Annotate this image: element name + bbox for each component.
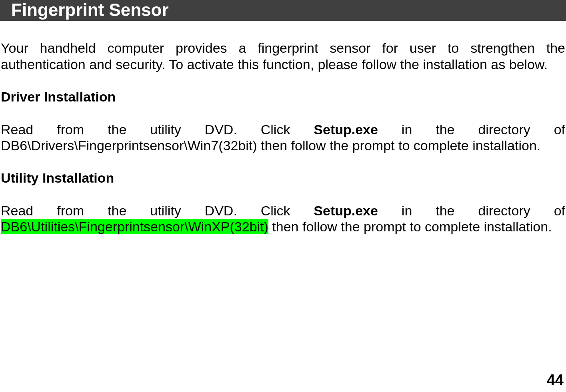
driver-paragraph: Read from the utility DVD. Click Setup.e… bbox=[1, 121, 565, 153]
utility-text-mid1: in the directory of bbox=[378, 203, 565, 218]
page-content: Your handheld computer provides a finger… bbox=[0, 40, 566, 235]
utility-text-mid2: then follow the prompt to complete insta… bbox=[268, 219, 552, 234]
driver-text-pre: Read from the utility DVD. Click bbox=[1, 122, 314, 137]
highlighted-path: DB6\Utilities\Fingerprintsensor\WinXP(32… bbox=[1, 219, 268, 234]
utility-heading: Utility Installation bbox=[1, 170, 565, 186]
section-header: Fingerprint Sensor bbox=[0, 0, 566, 21]
intro-paragraph: Your handheld computer provides a finger… bbox=[1, 40, 565, 72]
setup-exe-text: Setup.exe bbox=[314, 203, 378, 218]
page-number: 44 bbox=[547, 372, 564, 389]
section-title: Fingerprint Sensor bbox=[11, 0, 169, 20]
utility-paragraph: Read from the utility DVD. Click Setup.e… bbox=[1, 203, 565, 235]
driver-heading: Driver Installation bbox=[1, 89, 565, 105]
utility-text-pre: Read from the utility DVD. Click bbox=[1, 203, 314, 218]
setup-exe-text: Setup.exe bbox=[314, 122, 378, 137]
